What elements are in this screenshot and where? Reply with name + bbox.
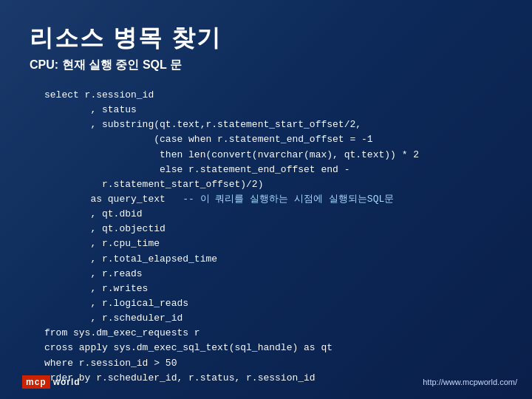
code-line-17: from sys.dm_exec_requests r (44, 326, 502, 341)
main-container: 리소스 병목 찾기 CPU: 현재 실행 중인 SQL 문 select r.s… (0, 0, 532, 399)
code-line-10: , qt.objectid (44, 222, 502, 236)
page-title: 리소스 병목 찾기 (30, 22, 502, 55)
logo-mcp: mcp (22, 375, 50, 389)
code-line-19: where r.session_id > 50 (44, 356, 502, 371)
subtitle: CPU: 현재 실행 중인 SQL 문 (30, 58, 502, 73)
footer: mcp world http://www.mcpworld.com/ (0, 375, 532, 389)
subtitle-text: 현재 실행 중인 SQL 문 (58, 58, 182, 71)
subtitle-prefix: CPU: (30, 58, 58, 71)
code-line-16: , r.scheduler_id (44, 311, 502, 326)
code-line-12: , r.total_elapsed_time (44, 252, 502, 267)
code-line-5: then len(convert(nvarchar(max), qt.text)… (44, 148, 502, 163)
logo-area: mcp world (22, 375, 81, 389)
code-line-7: r.statement_start_offset)/2) (44, 177, 502, 192)
code-line-9: , qt.dbid (44, 207, 502, 222)
code-block: select r.session_id , status , substring… (30, 88, 502, 386)
code-line-15: , r.logical_reads (44, 296, 502, 311)
code-line-14: , r.writes (44, 282, 502, 296)
footer-url: http://www.mcpworld.com/ (423, 378, 517, 386)
code-line-18: cross apply sys.dm_exec_sql_text(sql_han… (44, 341, 502, 355)
code-line-2: , status (44, 103, 502, 117)
code-line-4: (case when r.statement_end_offset = -1 (44, 132, 502, 147)
code-line-1: select r.session_id (44, 88, 502, 103)
code-line-13: , r.reads (44, 267, 502, 282)
code-line-11: , r.cpu_time (44, 236, 502, 251)
logo-world: world (53, 377, 81, 387)
code-line-3: , substring(qt.text,r.statement_start_of… (44, 117, 502, 132)
code-line-6: else r.statement_end_offset end - (44, 163, 502, 177)
code-line-8: as query_text -- 이 쿼리를 실행하는 시점에 실행되는SQL문 (44, 192, 502, 207)
